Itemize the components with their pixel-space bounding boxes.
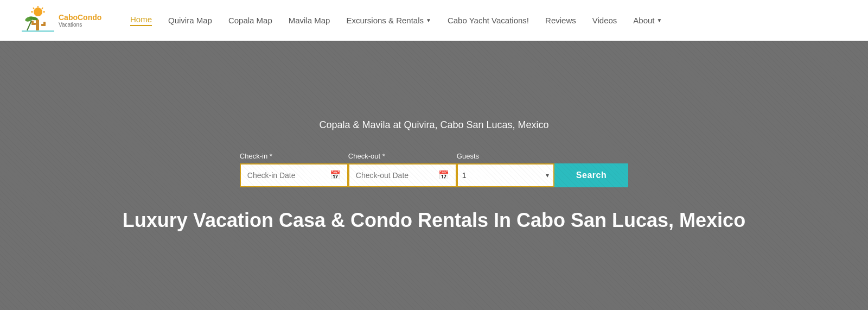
guests-label: Guests	[457, 152, 554, 160]
logo-text: CaboCondo Vacations	[59, 13, 101, 28]
nav-item-home[interactable]: Home	[130, 15, 152, 26]
logo[interactable]: CaboCondo Vacations	[22, 4, 108, 37]
about-dropdown-icon: ▼	[657, 17, 662, 23]
nav-item-quivira-map[interactable]: Quivira Map	[168, 16, 212, 25]
checkin-input[interactable]	[247, 171, 326, 180]
svg-rect-6	[36, 20, 39, 30]
guests-select[interactable]: 1 2 3 4 5 6 7 8 9 10	[462, 171, 546, 180]
nav-item-excursions[interactable]: Excursions & Rentals ▼	[346, 16, 431, 25]
checkin-field-group: Check-in * 📅	[240, 152, 348, 187]
search-button[interactable]: Search	[554, 163, 628, 187]
svg-rect-8	[31, 21, 34, 25]
guests-dropdown-icon: ▾	[546, 172, 549, 179]
search-button-group: Search	[554, 147, 628, 187]
nav-item-about[interactable]: About ▼	[633, 16, 662, 25]
guests-select-wrap: 1 2 3 4 5 6 7 8 9 10 ▾	[457, 163, 554, 187]
nav-item-videos[interactable]: Videos	[592, 16, 617, 25]
svg-rect-14	[22, 30, 54, 32]
hero-main-title: Luxury Vacation Casa & Condo Rentals In …	[123, 209, 745, 232]
svg-line-11	[27, 21, 31, 30]
nav-item-reviews[interactable]: Reviews	[545, 16, 576, 25]
checkin-calendar-icon: 📅	[330, 170, 341, 180]
excursions-dropdown-icon: ▼	[426, 17, 431, 23]
svg-line-4	[33, 8, 34, 9]
checkout-input-wrap: 📅	[348, 163, 457, 187]
svg-line-2	[42, 8, 43, 9]
search-bar: Check-in * 📅 Check-out * 📅 Guests 1	[240, 147, 628, 187]
svg-rect-10	[43, 22, 46, 26]
checkout-label: Check-out *	[348, 152, 457, 160]
hero-section: Copala & Mavila at Quivira, Cabo San Luc…	[0, 41, 868, 310]
logo-icon	[22, 4, 54, 37]
nav-item-mavila-map[interactable]: Mavila Map	[289, 16, 330, 25]
nav-item-cabo-yacht[interactable]: Cabo Yacht Vacations!	[448, 16, 529, 25]
nav-item-copala-map[interactable]: Copala Map	[228, 16, 272, 25]
guests-field-group: Guests 1 2 3 4 5 6 7 8 9 10 ▾	[457, 152, 554, 187]
checkout-field-group: Check-out * 📅	[348, 152, 457, 187]
header: CaboCondo Vacations Home Quivira Map Cop…	[0, 0, 868, 41]
checkin-input-wrap: 📅	[240, 163, 348, 187]
svg-point-0	[34, 8, 42, 16]
checkout-calendar-icon: 📅	[438, 170, 449, 180]
checkout-input[interactable]	[356, 171, 434, 180]
hero-subtitle: Copala & Mavila at Quivira, Cabo San Luc…	[319, 119, 548, 131]
main-nav: Home Quivira Map Copala Map Mavila Map E…	[130, 15, 662, 26]
checkin-label: Check-in *	[240, 152, 348, 160]
